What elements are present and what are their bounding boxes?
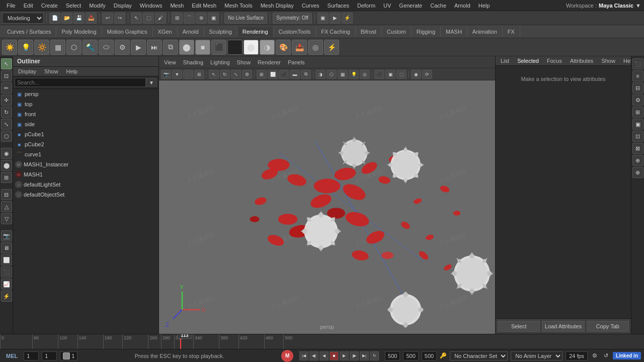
- livesurf-btn[interactable]: No Live Surface: [224, 13, 267, 24]
- snap-edge[interactable]: △: [1, 201, 12, 212]
- menu-generate[interactable]: Generate: [395, 2, 426, 10]
- search-button[interactable]: ▼: [146, 78, 157, 87]
- last-tool[interactable]: ⬡: [1, 131, 12, 142]
- tool-settings-btn[interactable]: ⚙: [632, 95, 643, 106]
- shelf-tab-animation[interactable]: Animation: [467, 27, 503, 37]
- outliner-display[interactable]: Display: [14, 67, 40, 76]
- shelf-icon-area[interactable]: ▦: [50, 40, 65, 55]
- vp-resolution[interactable]: ▣: [385, 70, 395, 79]
- menu-mesh[interactable]: Mesh: [167, 2, 187, 10]
- next-key-btn[interactable]: ▶: [340, 351, 349, 360]
- menu-help[interactable]: Help: [475, 2, 494, 10]
- anim-start[interactable]: 500: [422, 351, 437, 360]
- outliner-show[interactable]: Show: [40, 67, 62, 76]
- vp-snap-btn[interactable]: ⊞: [194, 70, 204, 79]
- shelf-icon-render-seq[interactable]: ⏭: [147, 40, 162, 55]
- attr-menu-selected[interactable]: Selected: [513, 56, 543, 65]
- shelf-icon-ambient[interactable]: ⬭: [99, 40, 114, 55]
- list-item[interactable]: ○ defaultObjectSet: [13, 190, 158, 200]
- menu-select[interactable]: Select: [62, 2, 85, 10]
- vp-display-mode[interactable]: ⬛: [374, 70, 384, 79]
- menu-mesh-tools[interactable]: Mesh Tools: [221, 2, 256, 10]
- vp-shading-smooth[interactable]: ◑: [315, 70, 326, 79]
- shelf-tab-custom2[interactable]: Custom: [382, 27, 412, 37]
- render-btn[interactable]: ⚡: [342, 13, 353, 24]
- shelf-icon-white-sphere[interactable]: ⬤: [244, 40, 259, 55]
- snap-curve-btn[interactable]: ⌒: [184, 13, 195, 24]
- shelf-icon-hypershade[interactable]: ◎: [308, 40, 323, 55]
- shelf-tab-fx[interactable]: FX: [503, 27, 520, 37]
- right-tool-9[interactable]: ⊕: [632, 155, 643, 166]
- outliner-btn[interactable]: ⊞: [632, 107, 643, 118]
- right-tool-10[interactable]: ⊗: [632, 167, 643, 178]
- shelf-icon-checker[interactable]: ⬛: [211, 40, 226, 55]
- menu-edit-mesh[interactable]: Edit Mesh: [188, 2, 220, 10]
- list-item[interactable]: ▣ persp: [13, 89, 158, 99]
- menu-surfaces[interactable]: Surfaces: [324, 2, 353, 10]
- mash-btn[interactable]: ⚡: [1, 291, 12, 302]
- ipr-render-btn[interactable]: ▶: [330, 13, 341, 24]
- outliner-help[interactable]: Help: [62, 67, 82, 76]
- vp-shading-light[interactable]: 💡: [349, 70, 359, 79]
- shelf-tab-fx-caching[interactable]: FX Caching: [316, 27, 355, 37]
- menu-windows[interactable]: Windows: [136, 2, 166, 10]
- snap-grid-btn[interactable]: ⊞: [172, 13, 183, 24]
- shelf-icon-directional[interactable]: 💡: [18, 40, 33, 55]
- vp-gate[interactable]: ⬚: [396, 70, 407, 79]
- menu-curves[interactable]: Curves: [298, 2, 323, 10]
- attr-menu-show[interactable]: Show: [597, 56, 619, 65]
- current-frame-display[interactable]: 113: [177, 334, 192, 339]
- shelf-tab-rendering[interactable]: Rendering: [237, 27, 274, 37]
- render-region-btn[interactable]: ▣: [317, 13, 329, 24]
- shelf-icon-sun[interactable]: ☀️: [2, 40, 17, 55]
- settings-icon[interactable]: ⚙: [591, 352, 599, 360]
- shelf-tab-curves[interactable]: Curves / Surfaces: [2, 27, 56, 37]
- layer-editor-btn[interactable]: ≡: [632, 70, 643, 81]
- vp-isolate[interactable]: ◉: [411, 70, 421, 79]
- viewport-menu-show[interactable]: Show: [234, 58, 254, 66]
- goto-end-btn[interactable]: ▶|: [360, 351, 369, 360]
- menu-uv[interactable]: UV: [380, 2, 394, 10]
- timeline[interactable]: 0 60 100 140 180 220 260 280 300 340 380…: [0, 334, 644, 349]
- stop-btn[interactable]: ■: [330, 351, 339, 360]
- vp-layout-single[interactable]: ⬜: [268, 70, 278, 79]
- shelf-icon-cube-shaded[interactable]: ■: [195, 40, 210, 55]
- display-toggle[interactable]: 🖥: [1, 242, 12, 253]
- viewport-menu-lighting[interactable]: Lighting: [207, 58, 233, 66]
- menu-display[interactable]: Display: [110, 2, 135, 10]
- attr-load-btn[interactable]: Load Attributes: [542, 321, 584, 332]
- soft-mod-tool[interactable]: ◉: [1, 148, 12, 159]
- loop-btn[interactable]: ↻: [370, 351, 379, 360]
- viewport-menu-renderer[interactable]: Renderer: [255, 58, 284, 66]
- move-tool[interactable]: ✛: [1, 95, 12, 106]
- snap-surface-btn[interactable]: ▣: [208, 13, 219, 24]
- list-item[interactable]: ▣ front: [13, 109, 158, 119]
- vp-shading-texture[interactable]: ▦: [338, 70, 348, 79]
- vp-shading-shadow[interactable]: ◎: [360, 70, 370, 79]
- render-view[interactable]: ⬜: [1, 254, 12, 265]
- shelf-tab-xgen[interactable]: XGen: [153, 27, 178, 37]
- range-start[interactable]: 500: [385, 351, 400, 360]
- save-as-btn[interactable]: 📥: [86, 13, 97, 24]
- vp-layout-4[interactable]: ⊞: [257, 70, 267, 79]
- attr-menu-attributes[interactable]: Attributes: [566, 56, 597, 65]
- redo-btn[interactable]: ↪: [114, 13, 125, 24]
- fps-display[interactable]: 24 fps: [566, 351, 588, 360]
- graph-editor[interactable]: 📈: [1, 279, 12, 290]
- layout-btn[interactable]: ⬛: [1, 266, 12, 278]
- scale-tool[interactable]: ⤡: [1, 119, 12, 130]
- channel-box-btn[interactable]: ⬛: [632, 58, 643, 69]
- paint-btn[interactable]: 🖌: [155, 13, 166, 24]
- viewport-menu-view[interactable]: View: [161, 58, 179, 66]
- new-file-btn[interactable]: 📄: [49, 13, 60, 24]
- refresh-icon[interactable]: ↺: [602, 352, 610, 360]
- menu-cache[interactable]: Cache: [427, 2, 450, 10]
- vp-render-cam[interactable]: 🎥: [183, 70, 193, 79]
- list-item[interactable]: ▣ top: [13, 99, 158, 109]
- select-tool-btn[interactable]: ↖: [131, 13, 142, 24]
- vp-shading-wire[interactable]: ⬡: [327, 70, 337, 79]
- list-item[interactable]: ■ pCube1: [13, 129, 158, 139]
- vp-manip-btn[interactable]: ⚙: [242, 70, 252, 79]
- shelf-icon-sphere[interactable]: ⬤: [179, 40, 194, 55]
- mode-dropdown[interactable]: Modeling Rigging Animation: [2, 13, 44, 24]
